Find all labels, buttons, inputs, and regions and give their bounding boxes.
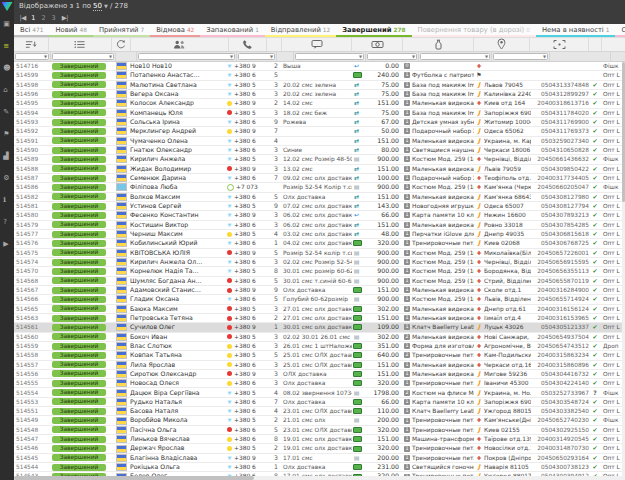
table-row[interactable]: 514554ЗавершенийДацюк Віра Сергіївна+380…	[14, 388, 625, 397]
column-header[interactable]	[602, 38, 625, 51]
tab-Повернення товару (в дорозі)[interactable]: Повернення товару (в дорозі)0	[412, 24, 536, 37]
table-row[interactable]: 514567ЗавершенийАдамовский Станис…+380 9…	[14, 286, 625, 295]
table-row[interactable]: 514587ЗавершенийСеменюк Дарина+380 6709.…	[14, 174, 625, 183]
column-header-product-icon[interactable]	[403, 38, 474, 51]
sidebar-item-video-tutorial-icon[interactable]: ▶	[3, 241, 10, 248]
table-row[interactable]: 514596ЗавершенийВегера Оксана+380 6320.0…	[14, 90, 625, 99]
tab-Запакований[interactable]: Запакований1	[200, 24, 265, 37]
sidebar-item-info-icon[interactable]: ℹ	[3, 197, 10, 204]
table-row[interactable]: 514577ЗавершенийЧерниш Максим+380 5403.0…	[14, 230, 625, 239]
column-header-phone-icon[interactable]	[229, 38, 267, 51]
column-header[interactable]	[589, 38, 602, 51]
table-row[interactable]: 514580ЗавершенийФесенко Константин+380 9…	[14, 211, 625, 220]
app-logo-icon[interactable]	[2, 2, 13, 11]
tab-Відправлений[interactable]: Відправлений12	[265, 24, 336, 37]
tab-Нема в наявності[interactable]: Нема в наявності1	[536, 24, 616, 37]
table-row[interactable]: 514563ЗавершенийПетровська Тетяна+380 62…	[14, 314, 625, 323]
column-header-money-icon[interactable]	[352, 38, 403, 51]
client-name: Линьков Вячеслав	[130, 435, 227, 443]
table-row[interactable]: 514566ЗавершенийГладик Оксана+380 65Голу…	[14, 295, 625, 304]
first-page-button[interactable]: ∣◀	[19, 14, 25, 22]
table-row[interactable]: 514546ЗавершенийДержач Ярослав+380 5219.…	[14, 444, 625, 453]
payment-type-icon	[353, 315, 362, 321]
table-row[interactable]: 514590ЗавершенийГнатюк Олександр+380 63С…	[14, 146, 625, 155]
table-row[interactable]: 514570ЗавершенийКорнелюк Надія Та…+380 5…	[14, 267, 625, 276]
table-row[interactable]: 514568ЗавершенийШумляс Богдана Ан…+380 6…	[14, 277, 625, 286]
table-row[interactable]: 514581ЗавершенийУстинов Сергей+380 5907.…	[14, 202, 625, 211]
table-row[interactable]: 514591ЗавершенийЧумаченко Олена+380 6415…	[14, 137, 625, 146]
column-header[interactable]	[267, 38, 282, 51]
kyivstar-icon	[227, 90, 232, 98]
column-header-comment-icon[interactable]	[282, 38, 352, 51]
page-button-1[interactable]: 1	[31, 14, 35, 22]
table-row[interactable]: 514560ЗавершенийБокоч Иван+380 5302.02 3…	[14, 333, 625, 342]
table-row[interactable]: 514547ЗавершенийЛиньков Вячеслав+380 681…	[14, 435, 625, 444]
sidebar-item-company-icon[interactable]: ⌂	[3, 87, 10, 94]
sidebar-item-orders-list-icon[interactable]: ≡	[3, 43, 10, 50]
table-row[interactable]: 514593ЗавершенийСольська Ірина+380 69Рож…	[14, 118, 625, 127]
table-row[interactable]: 514586ЗавершенийФіліпова Люба+7 073Розмі…	[14, 183, 625, 192]
tab-Новий[interactable]: Новий48	[49, 24, 93, 37]
filter-input[interactable]: ▼	[238, 53, 275, 61]
sidebar-item-settings-icon[interactable]: ⚙	[3, 175, 10, 182]
client-name: Компанець Юля	[130, 109, 227, 117]
ukrposhta-icon	[476, 62, 482, 70]
table-row[interactable]: 514588ЗавершенийЖидак Володимир+380 9313…	[14, 165, 625, 174]
table-row[interactable]: 514716ЗавершенийНов10 Нов10+380 92Выша0.…	[14, 62, 625, 71]
column-header-status-list-icon[interactable]	[49, 38, 112, 51]
sidebar-item-tasks-icon[interactable]: ✎	[3, 109, 10, 116]
column-header-client-icon[interactable]	[131, 38, 229, 51]
per-page-dropdown[interactable]: 50	[93, 2, 102, 11]
filter-input[interactable]: ▼	[138, 53, 235, 61]
sidebar-item-dashboard-icon[interactable]: ▣	[3, 21, 10, 28]
filter-input[interactable]: ▼	[367, 53, 417, 61]
table-row[interactable]: 514549ЗавершенийВоробйов Микола+380 5221…	[14, 416, 625, 425]
table-row[interactable]: 514579ЗавершенийКостишин Виктор+380 6306…	[14, 221, 625, 230]
table-row[interactable]: 514544ЗавершенийРокіцька Ольга+380 61Олх…	[14, 463, 625, 472]
last-page-button[interactable]: ▶∣	[62, 14, 68, 22]
table-row[interactable]: 514598ЗавершенийМалютина Светлана+380 53…	[14, 81, 625, 90]
kyivstar-icon	[227, 174, 232, 182]
table-row[interactable]: 514548ЗавершенийПасічна Ольга+380 6523.0…	[14, 426, 625, 435]
sidebar-item-help-icon[interactable]: ?	[3, 219, 10, 226]
table-row[interactable]: 514558ЗавершенийКовпак Татьяна+380 5525.…	[14, 351, 625, 360]
items-count-badge: 1	[404, 418, 410, 424]
table-row[interactable]: 514555ЗавершенийНовосад Олеся+380 63Олх …	[14, 379, 625, 388]
status-badge: Завершений	[52, 231, 106, 238]
sidebar-item-clients-icon[interactable]: ☻	[3, 65, 10, 72]
column-header-sort-id-icon[interactable]	[14, 38, 49, 51]
filter-input[interactable]: ▼	[52, 53, 114, 61]
items-count-badge: 1	[404, 380, 410, 386]
table-row[interactable]: 514551ЗавершенийБасова Наталя+380 6423.0…	[14, 407, 625, 416]
page-button-3[interactable]: 3	[52, 14, 56, 22]
table-row[interactable]: 514565ЗавершенийБаюка Максим+380 5327.01…	[14, 305, 625, 314]
page-button-2[interactable]: 2	[41, 14, 45, 22]
sidebar-item-marketing-icon[interactable]: ⚑	[3, 131, 10, 138]
table-row[interactable]: 514545ЗавершенийБлагінна Владіслава+380 …	[14, 454, 625, 463]
table-row[interactable]: 514595ЗавершенийКолосок Александр+380 92…	[14, 99, 625, 108]
filter-input[interactable]: ▼	[493, 53, 548, 61]
table-row[interactable]: 514574ЗавершенийКирилич Анжела Ол…+380 6…	[14, 258, 625, 267]
table-row[interactable]: 514556ЗавершенийСиротюк Олександр+380 93…	[14, 370, 625, 379]
table-row[interactable]: 514553ЗавершенийРудько Наталья+380 67Олх…	[14, 398, 625, 407]
filter-input[interactable]: ▼	[295, 53, 364, 61]
tab-Самовивіз[interactable]: Самовивіз2	[615, 24, 625, 37]
table-row[interactable]: 514559ЗавершенийВлас Слотюк+380 6326.01 …	[14, 342, 625, 351]
filter-input[interactable]: ▼	[15, 53, 49, 61]
column-header-channel-icon[interactable]	[112, 38, 131, 51]
table-row[interactable]: 514594ЗавершенийКомпанець Юля+380 5318.0…	[14, 109, 625, 118]
table-row[interactable]: 514599ЗавершенийПотапенко Анастас…+380 6…	[14, 71, 625, 80]
horizontal-scrollbar[interactable]	[14, 476, 625, 480]
table-row[interactable]: 514557ЗавершенийЛила Ярослав+380 6325.01…	[14, 361, 625, 370]
table-row[interactable]: 514582ЗавершенийВолков Максим+380 65Олх …	[14, 193, 625, 202]
column-header-ttn-icon[interactable]	[530, 38, 589, 51]
table-row[interactable]: 514576ЗавершенийКобилинський Юрий+380 61…	[14, 239, 625, 248]
table-row[interactable]: 514575ЗавершенийКВІТОВСЬКА ЮЛІЯ+380 95Ро…	[14, 249, 625, 258]
sidebar-item-statistics-icon[interactable]: ▟	[3, 153, 10, 160]
table-row[interactable]: 514592ЗавершенийМерклингер Андрей+380 97…	[14, 127, 625, 136]
kyivstar-icon	[227, 71, 232, 79]
table-row[interactable]: 514561ЗавершенийСучилов Олег+380 9130.01…	[14, 323, 625, 332]
column-header-location-icon[interactable]	[474, 38, 530, 51]
filter-input[interactable]: ▼	[420, 53, 490, 61]
table-row[interactable]: 514589ЗавершенийКирилич Анжела+380 5312.…	[14, 155, 625, 164]
